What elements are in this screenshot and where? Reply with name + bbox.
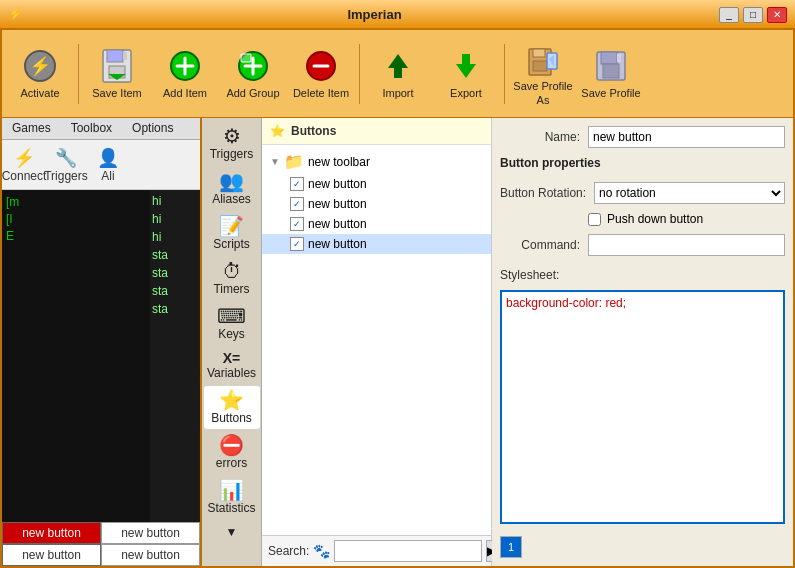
activate-button[interactable]: ⚡ Activate <box>8 36 72 112</box>
variables-nav-icon: X= <box>223 351 241 365</box>
aliases-label: Ali <box>101 169 114 183</box>
tree-header: ⭐ Buttons <box>262 118 491 145</box>
pagination: 1 <box>500 536 785 558</box>
timers-nav-icon: ⏱ <box>222 261 242 281</box>
triggers-nav-label: Triggers <box>210 147 254 161</box>
export-label: Export <box>450 87 482 100</box>
save-profile-button[interactable]: Save Profile <box>579 36 643 112</box>
search-input[interactable] <box>334 540 482 562</box>
delete-item-button[interactable]: Delete Item <box>289 36 353 112</box>
command-label: Command: <box>500 238 580 252</box>
rotation-row: Button Rotation: no rotation 90° 180° 27… <box>500 182 785 204</box>
close-button[interactable]: ✕ <box>767 7 787 23</box>
import-button[interactable]: Import <box>366 36 430 112</box>
export-icon <box>447 47 485 85</box>
checkbox-1[interactable]: ✓ <box>290 177 304 191</box>
minimize-button[interactable]: _ <box>719 7 739 23</box>
pushdown-row: Push down button <box>588 212 785 226</box>
errors-nav-label: errors <box>216 456 247 470</box>
nav-errors[interactable]: ⛔ errors <box>204 431 260 474</box>
nav-aliases[interactable]: 👥 Aliases <box>204 167 260 210</box>
svg-marker-8 <box>388 54 408 68</box>
app-icon: ⚡ <box>8 7 24 23</box>
buttons-nav-icon: ⭐ <box>219 390 244 410</box>
stylesheet-area[interactable]: background-color: red; <box>500 290 785 524</box>
tree-folder[interactable]: ▼ 📁 new toolbar <box>262 149 491 174</box>
main-toolbar: ⚡ Activate Save Item <box>2 30 793 118</box>
nav-buttons[interactable]: ⭐ Buttons <box>204 386 260 429</box>
delete-item-icon <box>302 47 340 85</box>
triggers-nav-icon: ⚙ <box>223 126 241 146</box>
variables-nav-label: Variables <box>207 366 256 380</box>
export-button[interactable]: Export <box>434 36 498 112</box>
grid-button-4-label: new button <box>121 548 180 562</box>
statistics-nav-icon: 📊 <box>219 480 244 500</box>
tree-item-4[interactable]: ✓ new button <box>262 234 491 254</box>
scripts-nav-icon: 📝 <box>219 216 244 236</box>
save-item-button[interactable]: Save Item <box>85 36 149 112</box>
activate-icon: ⚡ <box>21 47 59 85</box>
svg-rect-6 <box>241 54 251 62</box>
scripts-nav-label: Scripts <box>213 237 250 251</box>
svg-rect-18 <box>603 64 619 78</box>
menu-toolbox[interactable]: Toolbox <box>61 118 122 139</box>
side-nav: ⚙ Triggers 👥 Aliases 📝 Scripts ⏱ Timers … <box>202 118 262 566</box>
window-controls: _ □ ✕ <box>719 7 787 23</box>
tree-item-3[interactable]: ✓ new button <box>262 214 491 234</box>
main-window: ⚡ Activate Save Item <box>0 28 795 568</box>
console-area: [m [I E hi hi hi sta sta sta sta <box>2 190 200 566</box>
nav-keys[interactable]: ⌨ Keys <box>204 302 260 345</box>
aliases-nav-icon: 👥 <box>219 171 244 191</box>
grid-button-4[interactable]: new button <box>101 544 200 566</box>
nav-variables[interactable]: X= Variables <box>204 347 260 384</box>
button-grid: new button new button new button new but… <box>2 522 200 566</box>
triggers-button[interactable]: 🔧 Triggers <box>48 144 84 186</box>
tree-item-2[interactable]: ✓ new button <box>262 194 491 214</box>
pushdown-label: Push down button <box>607 212 703 226</box>
add-item-button[interactable]: Add Item <box>153 36 217 112</box>
keys-nav-label: Keys <box>218 327 245 341</box>
save-profile-as-button[interactable]: Save Profile As <box>511 36 575 112</box>
tree-header-title: Buttons <box>291 124 336 138</box>
nav-expand[interactable]: ▼ <box>204 521 260 543</box>
checkbox-4[interactable]: ✓ <box>290 237 304 251</box>
menu-games[interactable]: Games <box>2 118 61 139</box>
aliases-button[interactable]: 👤 Ali <box>90 144 126 186</box>
tree-collapse-icon: ▼ <box>270 156 280 167</box>
connect-label: Connect <box>2 169 46 183</box>
svg-rect-13 <box>533 49 545 57</box>
page-1-button[interactable]: 1 <box>500 536 522 558</box>
svg-rect-17 <box>601 52 617 64</box>
connect-button[interactable]: ⚡ Connect <box>6 144 42 186</box>
save-profile-icon <box>592 47 630 85</box>
menu-options[interactable]: Options <box>122 118 183 139</box>
save-item-icon <box>98 47 136 85</box>
command-input[interactable] <box>588 234 785 256</box>
add-group-button[interactable]: Add Group <box>221 36 285 112</box>
pushdown-checkbox[interactable] <box>588 213 601 226</box>
grid-button-3[interactable]: new button <box>2 544 101 566</box>
name-input[interactable] <box>588 126 785 148</box>
search-bar: Search: 🐾 ▶ <box>262 535 491 566</box>
nav-timers[interactable]: ⏱ Timers <box>204 257 260 300</box>
nav-scripts[interactable]: 📝 Scripts <box>204 212 260 255</box>
checkbox-3[interactable]: ✓ <box>290 217 304 231</box>
timers-nav-label: Timers <box>213 282 249 296</box>
nav-statistics[interactable]: 📊 Statistics <box>204 476 260 519</box>
tree-item-4-label: new button <box>308 237 367 251</box>
rotation-select[interactable]: no rotation 90° 180° 270° <box>594 182 785 204</box>
add-group-icon <box>234 47 272 85</box>
search-label: Search: <box>268 544 309 558</box>
maximize-button[interactable]: □ <box>743 7 763 23</box>
sub-toolbar: ⚡ Connect 🔧 Triggers 👤 Ali <box>2 140 200 190</box>
svg-rect-11 <box>462 54 470 64</box>
toolbar-separator-2 <box>359 44 360 104</box>
grid-button-2-label: new button <box>121 526 180 540</box>
grid-button-1[interactable]: new button <box>2 522 101 544</box>
save-profile-as-icon <box>524 40 562 78</box>
tree-item-1[interactable]: ✓ new button <box>262 174 491 194</box>
grid-button-2[interactable]: new button <box>101 522 200 544</box>
checkbox-2[interactable]: ✓ <box>290 197 304 211</box>
tree-content: ▼ 📁 new toolbar ✓ new button ✓ new butto… <box>262 145 491 535</box>
nav-triggers[interactable]: ⚙ Triggers <box>204 122 260 165</box>
